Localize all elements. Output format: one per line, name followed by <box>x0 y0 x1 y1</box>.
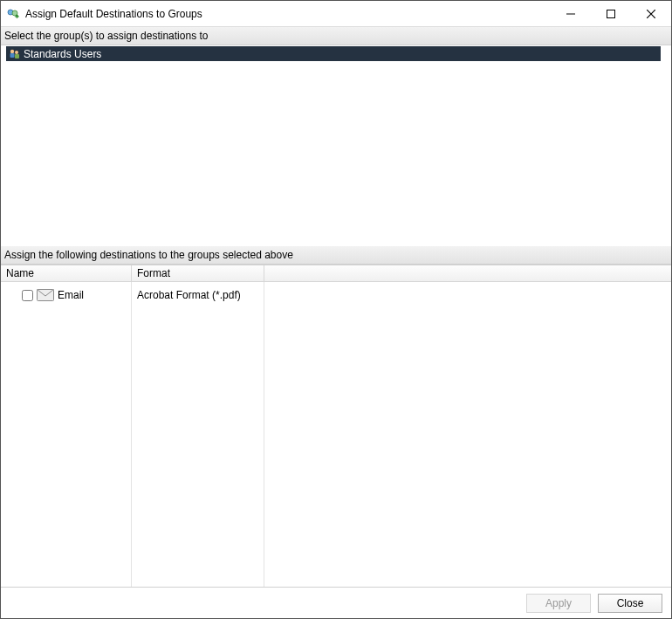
destinations-table: Name Format Email Ac <box>1 265 671 587</box>
users-group-icon <box>8 47 22 61</box>
app-icon <box>6 7 20 21</box>
svg-point-5 <box>15 51 18 54</box>
title-bar: Assign Default Destinations to Groups <box>1 1 671 27</box>
group-list-item[interactable]: Standards Users <box>6 46 661 61</box>
svg-rect-4 <box>10 53 15 58</box>
destination-name: Email <box>58 289 84 301</box>
window-controls <box>551 1 671 26</box>
table-col-name: Email <box>1 282 132 587</box>
close-button[interactable]: Close <box>598 594 662 613</box>
dialog-window: Assign Default Destinations to Groups Se… <box>0 0 672 619</box>
column-header-format[interactable]: Format <box>132 265 264 281</box>
table-body: Email Acrobat Format (*.pdf) <box>1 282 671 587</box>
svg-rect-6 <box>15 54 19 58</box>
table-col-format: Acrobat Format (*.pdf) <box>132 282 264 587</box>
email-icon <box>37 289 54 301</box>
table-header: Name Format <box>1 265 671 282</box>
minimize-button[interactable] <box>551 1 591 26</box>
window-title: Assign Default Destinations to Groups <box>25 8 551 20</box>
dialog-footer: Apply Close <box>1 587 671 618</box>
svg-point-3 <box>10 49 14 52</box>
svg-rect-2 <box>607 10 615 17</box>
close-window-button[interactable] <box>631 1 671 26</box>
destination-format: Acrobat Format (*.pdf) <box>137 289 241 301</box>
table-col-rest <box>264 282 671 587</box>
table-row[interactable]: Acrobat Format (*.pdf) <box>137 287 258 303</box>
maximize-button[interactable] <box>591 1 631 26</box>
groups-section-label: Select the group(s) to assign destinatio… <box>1 27 671 45</box>
group-list[interactable]: Standards Users <box>1 45 671 246</box>
group-item-label: Standards Users <box>24 48 101 60</box>
apply-button[interactable]: Apply <box>526 594 591 613</box>
column-header-name[interactable]: Name <box>1 265 132 281</box>
column-header-spacer <box>264 265 671 281</box>
table-row[interactable]: Email <box>6 287 126 303</box>
destination-checkbox[interactable] <box>22 290 33 301</box>
destinations-section-label: Assign the following destinations to the… <box>1 246 671 265</box>
